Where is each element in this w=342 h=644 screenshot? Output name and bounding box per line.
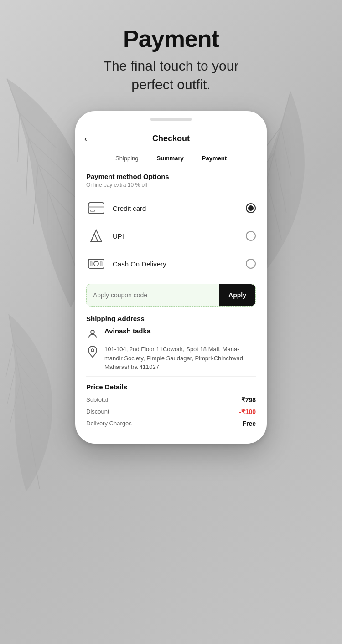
delivery-value: Free: [242, 420, 256, 427]
checkout-header: ‹ Checkout: [75, 128, 267, 148]
cash-icon: [86, 256, 106, 271]
shipping-address-title: Shipping Address: [86, 315, 256, 322]
cod-label: Cash On Delivery: [113, 260, 246, 268]
svg-rect-27: [90, 210, 95, 211]
content-area: Payment method Options Online pay extra …: [75, 168, 267, 434]
svg-point-31: [94, 261, 98, 266]
credit-card-label: Credit card: [113, 204, 246, 212]
subtotal-label: Subtotal: [86, 396, 108, 403]
coupon-apply-button[interactable]: Apply: [219, 284, 255, 306]
checkout-title: Checkout: [152, 134, 190, 143]
step-summary[interactable]: Summary: [157, 155, 184, 162]
shipping-name: Avinash tadka: [104, 327, 150, 335]
svg-point-34: [91, 330, 94, 334]
cod-radio[interactable]: [246, 259, 256, 269]
phone-notch: [150, 118, 192, 121]
step-shipping[interactable]: Shipping: [115, 155, 139, 162]
back-button[interactable]: ‹: [84, 133, 88, 144]
payment-methods-section: Payment method Options Online pay extra …: [86, 173, 256, 277]
delivery-label: Delivery Charges: [86, 420, 132, 427]
progress-steps: Shipping Summary Payment: [75, 148, 267, 168]
page-subtitle: The final touch to yourperfect outfit.: [104, 57, 239, 94]
delivery-row: Delivery Charges Free: [86, 420, 256, 427]
discount-label: Discount: [86, 408, 109, 415]
step-line-1: [141, 158, 154, 159]
address-location-row: 101-104, 2nd Floor 11Cowork, Spot 18 Mal…: [86, 345, 256, 372]
phone-screen: ‹ Checkout Shipping Summary Payment Paym…: [75, 128, 267, 444]
price-details-title: Price Details: [86, 383, 256, 391]
payment-section-subtitle: Online pay extra 10 % off: [86, 182, 256, 188]
discount-row: Discount -₹100: [86, 408, 256, 415]
phone-notch-area: [75, 111, 267, 128]
payment-option-upi[interactable]: UPI: [86, 222, 256, 250]
svg-marker-28: [91, 230, 102, 242]
upi-radio[interactable]: [246, 231, 256, 241]
step-line-2: [187, 158, 199, 159]
phone-mockup: ‹ Checkout Shipping Summary Payment Paym…: [75, 111, 267, 444]
credit-card-radio[interactable]: [246, 203, 256, 213]
payment-option-credit-card[interactable]: Credit card: [86, 194, 256, 222]
radio-inner: [248, 205, 254, 211]
upi-label: UPI: [113, 232, 246, 240]
page-content: Payment The final touch to yourperfect o…: [0, 0, 342, 444]
page-title: Payment: [123, 25, 219, 52]
subtotal-value: ₹798: [241, 396, 256, 404]
coupon-box: Apply: [86, 284, 256, 307]
upi-icon: [86, 228, 106, 244]
credit-card-icon: [86, 200, 106, 216]
svg-rect-33: [100, 261, 102, 266]
address-name-row: Avinash tadka: [86, 327, 256, 340]
shipping-address-section: Shipping Address Avinash tadka: [86, 315, 256, 372]
location-icon: [86, 345, 99, 358]
svg-rect-26: [88, 206, 104, 208]
price-details-section: Price Details Subtotal ₹798 Discount -₹1…: [86, 376, 256, 434]
discount-value: -₹100: [239, 408, 256, 415]
svg-point-35: [91, 349, 94, 352]
svg-rect-32: [90, 261, 92, 266]
phone-bottom-space: [75, 434, 267, 444]
step-payment[interactable]: Payment: [202, 155, 227, 162]
shipping-address-text: 101-104, 2nd Floor 11Cowork, Spot 18 Mal…: [104, 345, 256, 372]
person-icon: [86, 327, 99, 340]
payment-section-title: Payment method Options: [86, 173, 256, 180]
payment-option-cod[interactable]: Cash On Delivery: [86, 250, 256, 277]
subtotal-row: Subtotal ₹798: [86, 396, 256, 404]
coupon-input[interactable]: [87, 284, 219, 306]
